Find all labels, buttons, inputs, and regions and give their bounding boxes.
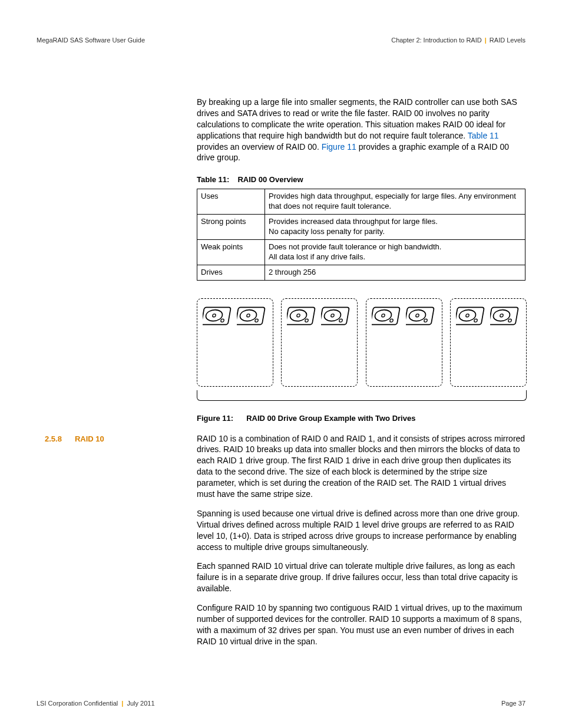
span-bracket [197, 390, 527, 401]
raid00-diagram [197, 298, 527, 401]
page-header: MegaRAID SAS Software User Guide Chapter… [37, 37, 525, 44]
intro-paragraph: By breaking up a large file into smaller… [197, 97, 525, 163]
footer-right: Page 37 [501, 700, 525, 707]
page-footer: LSI Corporation Confidential | July 2011… [37, 700, 525, 707]
svg-point-7 [254, 319, 258, 322]
body-paragraph: Configure RAID 10 by spanning two contig… [197, 602, 525, 647]
drive-group [197, 298, 273, 387]
hard-drive-icon [372, 305, 402, 327]
drive-group [366, 298, 442, 387]
svg-point-30 [500, 314, 503, 317]
hard-drive-icon [490, 305, 521, 327]
table-row: Uses Provides high data throughput, espe… [197, 189, 525, 215]
hard-drive-icon [203, 305, 233, 327]
svg-point-26 [465, 314, 469, 317]
body-paragraph: RAID 10 is a combination of RAID 0 and R… [197, 433, 525, 500]
header-separator: | [484, 37, 488, 44]
hard-drive-icon [237, 305, 267, 327]
svg-point-2 [212, 314, 216, 317]
hard-drive-icon [287, 305, 318, 327]
footer-separator: | [120, 700, 125, 707]
svg-point-14 [331, 314, 335, 317]
raid00-overview-table: Uses Provides high data throughput, espe… [197, 189, 525, 280]
section-heading: 2.5.8 RAID 10 [45, 434, 104, 443]
svg-point-6 [246, 314, 250, 317]
footer-left: LSI Corporation Confidential | July 2011 [37, 700, 155, 707]
svg-point-19 [389, 319, 393, 322]
link-table-11[interactable]: Table 11 [468, 131, 499, 140]
body-paragraph: Each spanned RAID 10 virtual drive can t… [197, 561, 525, 594]
svg-point-27 [474, 319, 477, 322]
drive-group [450, 298, 527, 387]
table-caption: Table 11:RAID 00 Overview [197, 175, 525, 184]
svg-point-23 [424, 319, 427, 322]
svg-point-11 [305, 319, 309, 322]
svg-point-10 [297, 314, 300, 317]
table-row: Drives 2 through 256 [197, 265, 525, 280]
hard-drive-icon [406, 305, 437, 327]
table-row: Weak points Does not provide fault toler… [197, 239, 525, 265]
hard-drive-icon [321, 305, 352, 327]
figure-caption: Figure 11:RAID 00 Drive Group Example wi… [197, 414, 525, 423]
link-figure-11[interactable]: Figure 11 [322, 142, 356, 151]
header-left: MegaRAID SAS Software User Guide [37, 37, 145, 44]
svg-point-22 [415, 314, 419, 317]
hard-drive-icon [456, 305, 487, 327]
svg-point-18 [381, 314, 385, 317]
body-paragraph: Spanning is used because one virtual dri… [197, 508, 525, 553]
svg-point-31 [508, 319, 511, 322]
svg-point-15 [339, 319, 343, 322]
svg-point-3 [220, 319, 224, 322]
table-row: Strong points Provides increased data th… [197, 215, 525, 240]
header-right: Chapter 2: Introduction to RAID | RAID L… [391, 37, 525, 44]
drive-group [281, 298, 358, 387]
